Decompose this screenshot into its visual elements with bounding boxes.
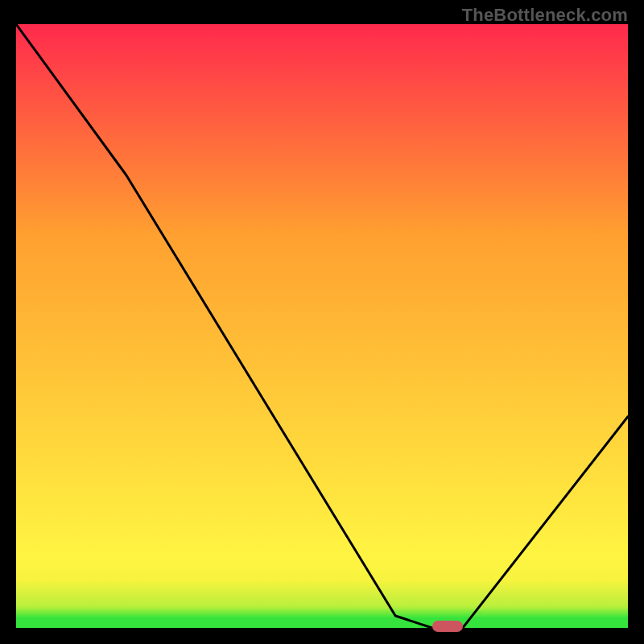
curve-svg (16, 24, 628, 628)
bottleneck-curve (16, 24, 628, 628)
optimal-marker (432, 621, 463, 632)
chart-container: TheBottleneck.com (0, 0, 644, 644)
watermark-text: TheBottleneck.com (462, 5, 628, 26)
